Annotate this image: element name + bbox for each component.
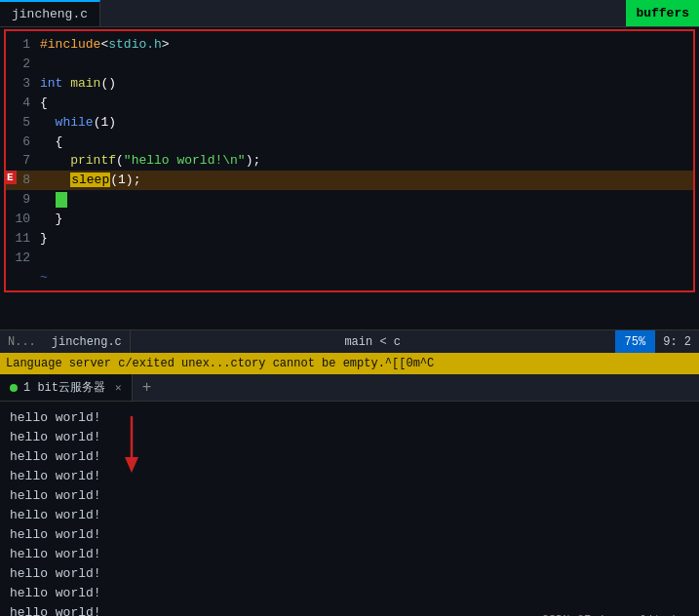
terminal-tab-label: 1 bit云服务器: [23, 379, 105, 396]
red-arrow-icon: [117, 416, 146, 475]
status-bar: N... jincheng.c main < c 75% 9: 2: [0, 329, 699, 353]
code-line-1: 1 #include<stdio.h>: [6, 35, 693, 55]
terminal-line-1: hello world!: [10, 407, 689, 427]
code-line-3: 3 int main(): [6, 74, 693, 94]
terminal-line-7: hello world!: [10, 524, 689, 544]
status-mode: N...: [0, 330, 44, 353]
status-filename: jincheng.c: [44, 330, 131, 353]
terminal-tab[interactable]: 1 bit云服务器 ✕: [0, 374, 133, 401]
terminal-line-5: hello world!: [10, 485, 689, 505]
code-line-12: 12: [6, 248, 693, 267]
editor-tab-label: jincheng.c: [12, 7, 88, 21]
code-area: 1 #include<stdio.h> 2 3 int main() 4 { 5…: [4, 29, 695, 292]
terminal-line-8: hello world!: [10, 544, 689, 563]
cursor-block: [56, 192, 67, 208]
terminal-output: hello world! hello world! hello world! h…: [0, 402, 699, 616]
error-marker: E: [4, 171, 17, 184]
terminal-line-9: hello world!: [10, 563, 689, 583]
code-line-7: 7 printf("hello world!\n");: [6, 151, 693, 171]
terminal-add-button[interactable]: +: [133, 379, 162, 397]
code-line-4: 4 {: [6, 94, 693, 113]
code-line-8: E 8 sleep(1);: [6, 171, 693, 190]
code-line-5: 5 while(1): [6, 112, 693, 132]
code-line-2: 2: [6, 55, 693, 74]
status-function: main < c: [131, 335, 615, 349]
terminal-line-4: hello world!: [10, 466, 689, 485]
code-line-11: 11 }: [6, 228, 693, 248]
terminal-active-dot: [10, 384, 18, 392]
code-line-9: 9: [6, 190, 693, 210]
status-position: 9: 2: [655, 330, 699, 353]
editor-tab-bar: jincheng.c buffers: [0, 0, 699, 27]
terminal-line-3: hello world!: [10, 446, 689, 466]
editor-container: 1 #include<stdio.h> 2 3 int main() 4 { 5…: [0, 27, 699, 329]
terminal-tab-bar: 1 bit云服务器 ✕ +: [0, 374, 699, 402]
svg-marker-1: [125, 457, 138, 473]
terminal-close-icon[interactable]: ✕: [115, 381, 122, 394]
terminal-line-10: hello world!: [10, 583, 689, 602]
status-percent: 75%: [615, 330, 656, 353]
terminal-line-6: hello world!: [10, 505, 689, 524]
editor-tab[interactable]: jincheng.c: [0, 0, 100, 26]
buffers-button[interactable]: buffers: [626, 0, 699, 26]
terminal-line-2: hello world!: [10, 427, 689, 446]
code-line-6: 6 {: [6, 132, 693, 151]
tilde-line: ~: [6, 267, 693, 287]
code-line-10: 10 }: [6, 210, 693, 229]
warning-bar: Language server c/exited unex...ctory ca…: [0, 353, 699, 374]
